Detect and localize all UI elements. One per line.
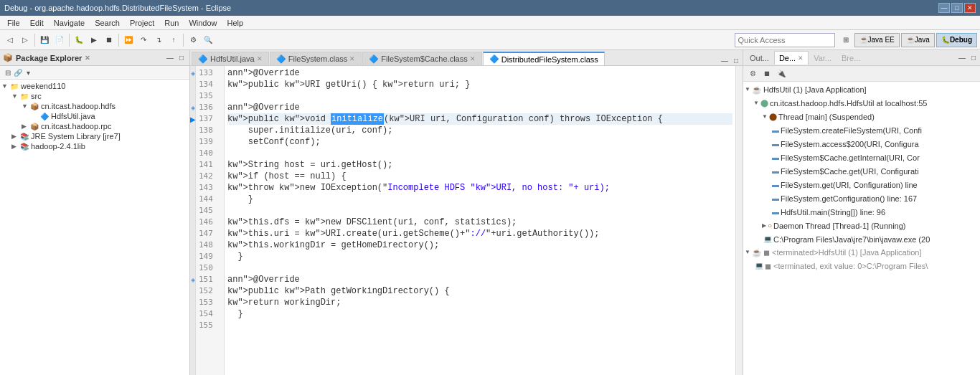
code-line-20: kw">return workingDir;: [227, 297, 732, 308]
tree-item-0[interactable]: ▼📁weekend110: [0, 81, 189, 91]
menu-item-edit[interactable]: Edit: [26, 18, 48, 28]
editor-tab-0[interactable]: 🔷HdfsUtil.java✕: [192, 52, 269, 65]
link-editor-btn[interactable]: 🔗: [13, 67, 23, 77]
collapse-all-btn[interactable]: ⊟: [3, 67, 13, 77]
minimize-button[interactable]: —: [938, 3, 950, 13]
editor-tab-1[interactable]: 🔷FileSystem.class✕: [270, 52, 362, 65]
tree-label-0: weekend110: [21, 82, 65, 90]
menu-item-project[interactable]: Project: [126, 18, 159, 28]
perspective-java[interactable]: ☕ Java: [901, 33, 935, 47]
tree-arrow-5: ▶: [11, 133, 20, 140]
debug-icon-7: ▬: [772, 179, 779, 191]
code-editor[interactable]: ann">@Override kw">public kw">URI getUri…: [225, 66, 735, 375]
toolbar-btn-save[interactable]: 💾: [37, 33, 52, 47]
tab-bre[interactable]: Bre...: [837, 51, 865, 65]
tab-out[interactable]: Out...: [745, 51, 774, 65]
debug-icon-13: 💻: [755, 260, 763, 272]
debug-label-5: FileSystem$Cache.getInternal(URI, Cor: [781, 152, 920, 163]
editor-tab-2[interactable]: 🔷FileSystem$Cache.class✕: [362, 52, 481, 65]
tab-var[interactable]: Var...: [809, 51, 837, 65]
editor-minimize-btn[interactable]: —: [720, 55, 730, 65]
perspective-javaee[interactable]: ☕ Java EE: [854, 33, 900, 47]
toolbar-btn-misc1[interactable]: ⚙: [186, 33, 200, 47]
line-marker-14: [190, 228, 195, 239]
tab-icon-0: 🔷: [198, 54, 208, 64]
maximize-button[interactable]: □: [951, 3, 963, 13]
right-minimize-btn[interactable]: —: [957, 53, 967, 63]
toolbar-btn-step-into[interactable]: ↴: [151, 33, 166, 47]
toolbar-btn-misc2[interactable]: 🔍: [201, 33, 215, 47]
tab-close-2[interactable]: ✕: [470, 55, 476, 62]
tree-item-5[interactable]: ▶📚JRE System Library [jre7]: [0, 131, 189, 141]
panel-maximize-btn[interactable]: □: [176, 53, 187, 63]
view-menu-btn[interactable]: ▾: [23, 67, 33, 77]
debug-item-0[interactable]: ▼☕HdfsUtil (1) [Java Application]: [743, 83, 980, 96]
debug-icon-8: ▬: [772, 192, 779, 204]
debug-item-8[interactable]: ▬FileSystem.getConfiguration() line: 167: [743, 191, 980, 205]
menu-item-help[interactable]: Help: [223, 18, 248, 28]
tree-item-3[interactable]: 🔷HdfsUtil.java: [0, 111, 189, 121]
perspective-debug[interactable]: 🐛 Debug: [936, 33, 977, 47]
toolbar-btn-stop[interactable]: ⏹: [102, 33, 116, 47]
debug-icon-6: ▬: [772, 165, 779, 177]
line-num-17: 150: [199, 262, 221, 274]
panel-minimize-btn[interactable]: —: [165, 53, 175, 63]
menu-item-navigate[interactable]: Navigate: [50, 18, 89, 28]
tree-item-6[interactable]: ▶📚hadoop-2.4.1lib: [0, 141, 189, 151]
code-line-8: kw">String host = uri.getHost();: [227, 159, 732, 171]
debug-item-5[interactable]: ▬FileSystem$Cache.getInternal(URI, Cor: [743, 151, 980, 164]
quick-access-box[interactable]: [735, 33, 835, 47]
debug-disconnect-btn[interactable]: 🔌: [775, 67, 788, 79]
toolbar-btn-step-out[interactable]: ↑: [166, 33, 181, 47]
debug-stop-btn[interactable]: ⏹: [760, 67, 773, 79]
debug-item-10[interactable]: ▶○Daemon Thread [Thread-1] (Running): [743, 219, 980, 232]
debug-item-12[interactable]: ▼☕◼ <terminated>HdfsUtil (1) [Java Appli…: [743, 246, 980, 259]
toolbar-btn-run[interactable]: ▶: [87, 33, 101, 47]
tab-debug[interactable]: De... ✕: [774, 51, 809, 65]
menu-item-file[interactable]: File: [3, 18, 24, 28]
debug-item-7[interactable]: ▬FileSystem.get(URI, Configuration) line: [743, 178, 980, 191]
tree-item-1[interactable]: ▼📁src: [0, 91, 189, 101]
menu-item-run[interactable]: Run: [160, 18, 183, 28]
debug-label-4: FileSystem.access$200(URI, Configura: [781, 138, 919, 150]
line-marker-7: [190, 148, 195, 159]
tree-item-4[interactable]: ▶📦cn.itcast.hadoop.rpc: [0, 121, 189, 131]
editor-maximize-btn[interactable]: □: [731, 55, 741, 65]
editor-tabs: 🔷HdfsUtil.java✕🔷FileSystem.class✕🔷FileSy…: [190, 50, 743, 66]
line-num-3: 136: [199, 102, 221, 113]
line-marker-1: [190, 79, 195, 90]
right-maximize-btn[interactable]: □: [969, 53, 979, 63]
tab-label-0: HdfsUtil.java: [210, 54, 255, 63]
debug-item-9[interactable]: ▬HdfsUtil.main(String[]) line: 96: [743, 205, 980, 219]
toolbar-btn-resume[interactable]: ⏩: [121, 33, 136, 47]
toolbar-btn-back[interactable]: ◁: [3, 33, 17, 47]
menu-item-search[interactable]: Search: [90, 18, 124, 28]
debug-item-6[interactable]: ▬FileSystem$Cache.get(URI, Configurati: [743, 164, 980, 178]
debug-resume-btn[interactable]: ⚙: [746, 67, 759, 79]
code-line-18: ann">@Override: [227, 274, 732, 285]
debug-item-13[interactable]: 💻◼ <terminated, exit value: 0>C:\Program…: [743, 259, 980, 272]
editor-tab-3[interactable]: 🔷DistributedFileSystem.class: [483, 52, 605, 65]
code-line-0: ann">@Override: [227, 67, 732, 79]
tree-item-2[interactable]: ▼📦cn.itcast.hadoop.hdfs: [0, 101, 189, 111]
line-num-0: 133: [199, 67, 221, 79]
code-line-14: kw">this.uri = kw">URI.create(uri.getSch…: [227, 228, 732, 239]
editor-scrollbar[interactable]: [735, 66, 743, 375]
toolbar-btn-fwd[interactable]: ▷: [18, 33, 32, 47]
tab-close-1[interactable]: ✕: [349, 55, 355, 62]
toolbar-btn-step-over[interactable]: ↷: [136, 33, 151, 47]
quick-access-input[interactable]: [738, 36, 831, 44]
close-button[interactable]: ✕: [964, 3, 976, 13]
toolbar-btn-debug[interactable]: 🐛: [72, 33, 86, 47]
line-marker-22: [190, 320, 195, 331]
debug-item-4[interactable]: ▬FileSystem.access$200(URI, Configura: [743, 137, 980, 151]
debug-item-1[interactable]: ▼⬤cn.itcast.hadoop.hdfs.HdfsUtil at loca…: [743, 96, 980, 110]
tab-close-0[interactable]: ✕: [257, 55, 263, 62]
menu-item-window[interactable]: Window: [184, 18, 221, 28]
toolbar-btn-new[interactable]: 📄: [52, 33, 67, 47]
line-marker-2: [190, 90, 195, 102]
debug-item-3[interactable]: ▬FileSystem.createFileSystem(URI, Confi: [743, 123, 980, 137]
toolbar-btn-icons[interactable]: ⊞: [839, 33, 853, 47]
debug-item-11[interactable]: 💻C:\Program Files\Java\jre7\bin\javaw.ex…: [743, 232, 980, 246]
debug-item-2[interactable]: ▼⬤Thread [main] (Suspended): [743, 110, 980, 123]
